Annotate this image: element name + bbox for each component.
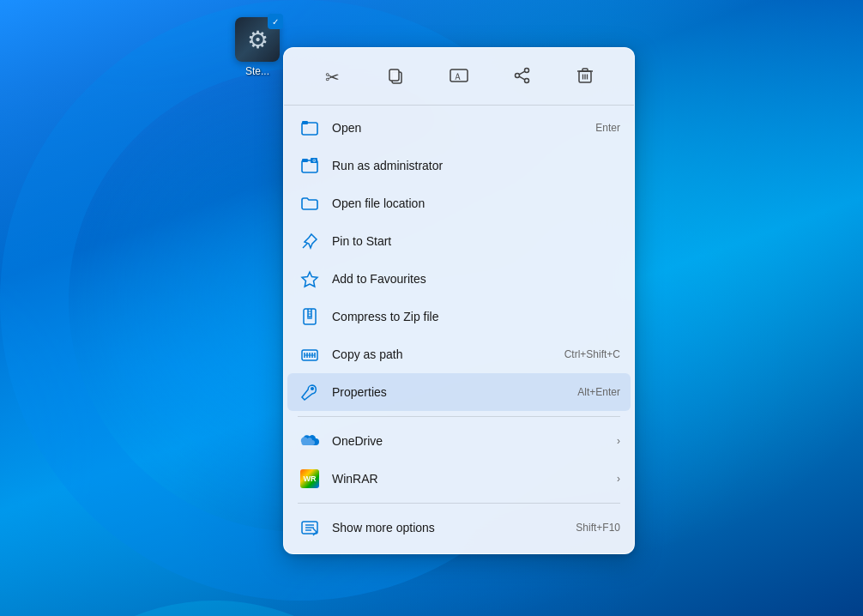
context-menu-toolbar: ✂ Ａ (287, 55, 631, 101)
menu-item-run-as-admin[interactable]: ⚙ Run as administrator (284, 147, 634, 184)
menu-item-show-more-options[interactable]: Show more options Shift+F10 (284, 509, 634, 547)
wrench-icon (298, 380, 322, 404)
svg-line-7 (519, 71, 525, 75)
pin-to-start-label: Pin to Start (332, 234, 620, 248)
path-icon (298, 342, 322, 366)
more-icon (298, 516, 322, 540)
svg-marker-22 (302, 272, 317, 287)
svg-rect-15 (302, 123, 317, 135)
svg-point-4 (524, 68, 528, 72)
properties-label: Properties (332, 385, 564, 399)
svg-rect-11 (582, 69, 588, 71)
copy-as-path-shortcut: Ctrl+Shift+C (564, 348, 620, 360)
onedrive-label: OneDrive (332, 434, 610, 448)
open-label: Open (332, 121, 582, 135)
context-menu: ✂ Ａ (283, 47, 635, 554)
copy-icon (387, 67, 404, 88)
menu-item-onedrive[interactable]: OneDrive › (284, 422, 634, 460)
delete-button[interactable] (566, 62, 604, 93)
cut-button[interactable]: ✂ (314, 62, 352, 93)
star-icon (298, 267, 322, 291)
share-button[interactable] (504, 62, 541, 93)
menu-item-properties[interactable]: Properties Alt+Enter (287, 373, 631, 411)
admin-label: Run as administrator (332, 159, 607, 172)
add-to-favourites-label: Add to Favourites (332, 272, 620, 286)
onedrive-arrow: › (617, 435, 620, 447)
svg-rect-28 (307, 316, 312, 319)
winrar-icon: WR (298, 467, 322, 491)
menu-item-winrar[interactable]: WR WinRAR › (284, 460, 634, 498)
menu-item-open[interactable]: Open Enter (284, 109, 634, 147)
menu-item-pin-to-start[interactable]: Pin to Start (284, 222, 634, 260)
steam-badge (268, 14, 283, 29)
menu-item-add-to-favourites[interactable]: Add to Favourites (284, 260, 634, 298)
open-icon (298, 116, 322, 140)
steam-desktop-icon[interactable]: Ste... (223, 17, 292, 77)
open-file-location-label: Open file location (332, 196, 620, 210)
show-more-options-shortcut: Shift+F10 (576, 522, 620, 534)
svg-rect-1 (389, 69, 399, 81)
rename-icon: Ａ (450, 67, 468, 88)
menu-item-compress-to-zip[interactable]: Compress to Zip file (284, 298, 634, 335)
svg-rect-18 (302, 159, 308, 162)
menu-item-copy-as-path[interactable]: Copy as path Ctrl+Shift+C (284, 335, 634, 373)
onedrive-icon (298, 429, 322, 453)
share-icon (514, 67, 531, 88)
svg-point-5 (515, 73, 519, 77)
svg-text:Ａ: Ａ (453, 71, 462, 82)
winrar-arrow: › (617, 473, 620, 485)
copy-as-path-label: Copy as path (332, 347, 551, 361)
winrar-label: WinRAR (332, 472, 610, 486)
svg-point-6 (524, 78, 528, 82)
properties-shortcut: Alt+Enter (577, 386, 620, 398)
copy-button[interactable] (377, 62, 414, 93)
pin-icon (298, 229, 322, 253)
show-more-options-label: Show more options (332, 521, 562, 534)
open-shortcut: Enter (595, 122, 620, 134)
svg-line-21 (303, 244, 307, 248)
rename-button[interactable]: Ａ (440, 62, 478, 93)
menu-item-open-file-location[interactable]: Open file location (284, 184, 634, 222)
toolbar-divider (284, 105, 634, 106)
svg-rect-16 (302, 121, 308, 124)
folder-icon (298, 191, 322, 215)
steam-icon-label: Ste... (245, 65, 269, 77)
section-divider-2 (298, 503, 620, 504)
compress-to-zip-label: Compress to Zip file (332, 310, 620, 323)
delete-icon (576, 67, 594, 88)
admin-icon: ⚙ (298, 154, 322, 178)
svg-point-36 (311, 387, 314, 390)
steam-icon-image (235, 17, 280, 62)
section-divider-1 (298, 416, 620, 417)
zip-icon (298, 305, 322, 329)
cut-icon: ✂ (325, 67, 340, 88)
svg-line-8 (519, 76, 525, 80)
